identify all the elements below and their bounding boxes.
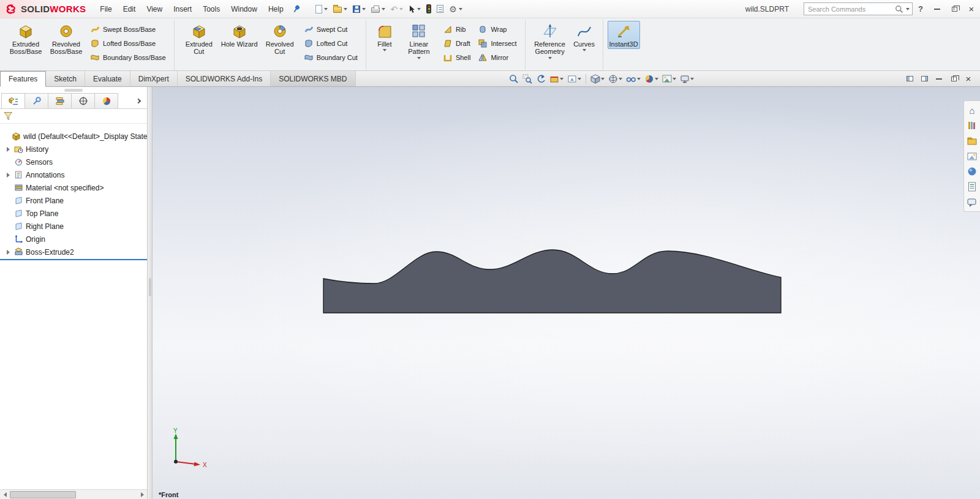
section-view-button[interactable]	[548, 73, 565, 85]
scroll-left-button[interactable]	[0, 490, 10, 499]
scrollbar-thumb[interactable]	[10, 491, 76, 498]
tree-horizontal-scrollbar[interactable]	[0, 489, 147, 499]
graphics-viewport[interactable]: Y X *Front ⌂	[153, 87, 980, 499]
menu-help[interactable]: Help	[263, 0, 289, 18]
hide-show-items-button[interactable]	[625, 73, 642, 85]
orientation-triad[interactable]: Y X	[166, 427, 214, 471]
file-properties-button[interactable]	[434, 2, 446, 17]
boundary-cut-button[interactable]: Boundary Cut	[301, 52, 360, 63]
restore-button[interactable]	[946, 0, 963, 18]
wrap-button[interactable]: Wrap	[475, 24, 519, 35]
close-document-button[interactable]: ×	[963, 74, 974, 84]
extruded-cut-button[interactable]: Extruded Cut	[179, 21, 219, 57]
reference-geometry-button[interactable]: Reference Geometry	[530, 21, 570, 61]
hole-wizard-button[interactable]: Hole Wizard	[219, 21, 260, 49]
swept-boss-button[interactable]: Swept Boss/Base	[88, 24, 168, 35]
tree-item-history[interactable]: History	[0, 143, 147, 156]
options-button[interactable]: ⚙	[447, 2, 465, 17]
revolved-boss-button[interactable]: Revolved Boss/Base	[46, 21, 86, 57]
rib-button[interactable]: Rib	[440, 24, 473, 35]
linear-pattern-button[interactable]: Linear Pattern	[399, 21, 439, 61]
tree-filter-row[interactable]	[0, 109, 147, 124]
display-style-button[interactable]	[607, 73, 624, 85]
tree-item-front-plane[interactable]: Front Plane	[0, 194, 147, 207]
part-body[interactable]	[323, 250, 781, 313]
menu-file[interactable]: File	[94, 0, 117, 18]
minimize-document-button[interactable]	[933, 74, 944, 84]
expand-arrow-icon[interactable]	[7, 250, 10, 255]
previous-view-button[interactable]	[535, 73, 547, 85]
menu-window[interactable]: Window	[225, 0, 263, 18]
tree-item-material[interactable]: Material <not specified>	[0, 181, 147, 194]
close-button[interactable]: ×	[963, 0, 980, 18]
pane-right-toggle-button[interactable]	[919, 74, 930, 84]
shell-button[interactable]: Shell	[440, 52, 473, 63]
swept-cut-button[interactable]: Swept Cut	[301, 24, 360, 35]
tab-dimxpert[interactable]: DimXpert	[130, 71, 178, 86]
solidworks-resources-button[interactable]: ⌂	[965, 103, 979, 117]
tab-featuremanager-tree[interactable]	[1, 93, 25, 108]
rollback-bar[interactable]	[0, 259, 147, 260]
tree-item-sensors[interactable]: Sensors	[0, 156, 147, 168]
tab-displaymanager[interactable]	[94, 93, 118, 108]
tab-sketch[interactable]: Sketch	[46, 71, 85, 86]
lofted-boss-button[interactable]: Lofted Boss/Base	[88, 38, 168, 49]
menu-edit[interactable]: Edit	[118, 0, 141, 18]
draft-button[interactable]: Draft	[440, 38, 473, 49]
tab-configurationmanager[interactable]	[48, 93, 72, 108]
tab-solidworks-add-ins[interactable]: SOLIDWORKS Add-Ins	[178, 71, 271, 86]
rebuild-button[interactable]	[424, 2, 434, 17]
pane-left-toggle-button[interactable]	[904, 74, 915, 84]
view-palette-button[interactable]	[965, 149, 979, 163]
restore-document-button[interactable]	[948, 74, 959, 84]
curves-button[interactable]: Curves	[570, 21, 598, 53]
menu-view[interactable]: View	[141, 0, 168, 18]
tree-item-boss-extrude2[interactable]: Boss-Extrude2	[0, 246, 147, 258]
zoom-to-area-button[interactable]	[521, 73, 533, 85]
instant3d-button[interactable]: Instant3D	[608, 21, 640, 49]
tab-dimxpertmanager[interactable]	[71, 93, 95, 108]
pin-menu-icon[interactable]	[293, 4, 301, 13]
print-button[interactable]	[369, 2, 388, 17]
view-orientation-button[interactable]	[589, 73, 606, 85]
panel-splitter[interactable]	[148, 87, 153, 499]
appearances-scenes-button[interactable]	[965, 165, 979, 178]
expand-arrow-icon[interactable]	[7, 147, 10, 152]
design-library-button[interactable]	[965, 119, 979, 132]
file-explorer-button[interactable]	[965, 134, 979, 148]
tree-item-annotations[interactable]: Annotations	[0, 168, 147, 181]
tree-item-right-plane[interactable]: Right Plane	[0, 220, 147, 233]
extruded-boss-button[interactable]: Extruded Boss/Base	[6, 21, 46, 57]
manager-pane-expand-button[interactable]	[131, 93, 146, 108]
panel-collapse-handle[interactable]	[64, 89, 83, 92]
select-button[interactable]	[406, 2, 423, 17]
fillet-button[interactable]: Fillet	[371, 21, 399, 53]
expand-arrow-icon[interactable]	[7, 173, 10, 178]
search-commands-box[interactable]	[804, 2, 913, 15]
tree-root[interactable]: wild (Default<<Default>_Display State 1>…	[0, 130, 147, 143]
custom-properties-button[interactable]	[965, 180, 979, 193]
tab-features[interactable]: Features	[0, 71, 46, 87]
mirror-button[interactable]: Mirror	[475, 52, 519, 63]
zoom-to-fit-button[interactable]	[508, 73, 520, 85]
menu-insert[interactable]: Insert	[168, 0, 197, 18]
open-button[interactable]	[331, 2, 350, 17]
save-button[interactable]	[350, 2, 368, 17]
apply-scene-button[interactable]	[661, 73, 677, 84]
search-input[interactable]	[808, 6, 892, 13]
new-document-button[interactable]	[313, 2, 330, 17]
boundary-boss-button[interactable]: Boundary Boss/Base	[88, 52, 168, 63]
edit-appearance-button[interactable]	[643, 73, 660, 85]
minimize-button[interactable]	[929, 0, 946, 18]
undo-button[interactable]: ↶	[388, 2, 406, 17]
lofted-cut-button[interactable]: Lofted Cut	[301, 38, 360, 49]
revolved-cut-button[interactable]: Revolved Cut	[260, 21, 300, 57]
tab-solidworks-mbd[interactable]: SOLIDWORKS MBD	[271, 71, 355, 86]
3d-drawing-views-button[interactable]	[566, 73, 582, 85]
tab-propertymanager[interactable]	[24, 93, 48, 108]
search-icon[interactable]	[895, 5, 903, 13]
search-scope-chevron-icon[interactable]	[906, 8, 910, 10]
help-button[interactable]: ?	[913, 4, 929, 13]
tab-evaluate[interactable]: Evaluate	[85, 71, 130, 86]
solidworks-forum-button[interactable]	[965, 195, 979, 209]
